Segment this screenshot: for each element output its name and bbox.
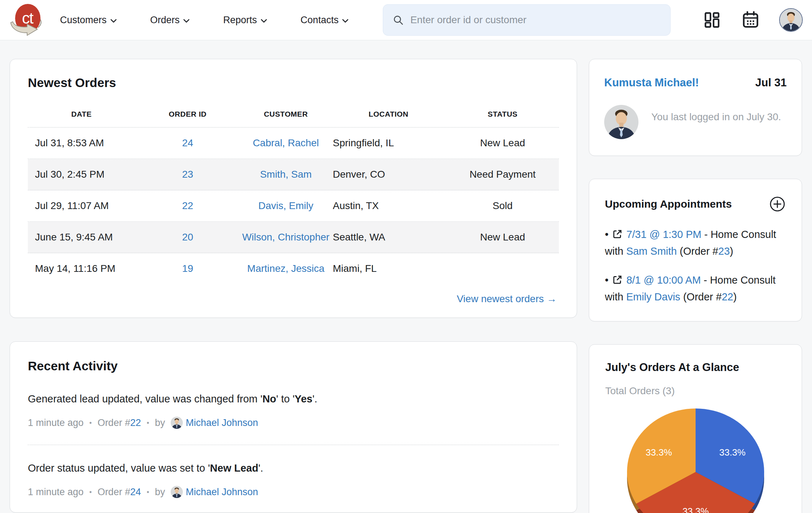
main-nav: CustomersOrdersReportsContacts xyxy=(60,15,349,26)
appointment-datetime-link[interactable]: 7/31 @ 1:30 PM xyxy=(626,229,701,240)
avatar-image xyxy=(171,417,183,429)
activity-card-title: Recent Activity xyxy=(28,359,559,373)
nav-item-customers[interactable]: Customers xyxy=(60,15,117,26)
order-prefix: Order # xyxy=(97,417,130,428)
separator-dot: • xyxy=(89,419,92,427)
cell-location: Springfield, IL xyxy=(331,136,446,150)
appointment-order-link[interactable]: 23 xyxy=(718,245,730,257)
orders-card-title: Newest Orders xyxy=(28,76,559,90)
appointment-datetime-link[interactable]: 8/1 @ 10:00 AM xyxy=(626,274,701,286)
cell-order-id: 20 xyxy=(135,230,240,244)
separator-dot: • xyxy=(147,488,149,496)
newest-orders-card: Newest Orders DATEORDER IDCUSTOMERLOCATI… xyxy=(10,59,577,318)
order-id-link[interactable]: 20 xyxy=(182,232,193,243)
order-id-link[interactable]: 23 xyxy=(182,169,193,180)
search-bar xyxy=(383,4,671,36)
greeting-card: Kumusta Michael! Jul 31 You last logged … xyxy=(589,59,802,156)
text-segment: (Order # xyxy=(677,245,718,257)
order-id-link[interactable]: 22 xyxy=(182,200,193,211)
order-id-link[interactable]: 24 xyxy=(130,487,141,497)
nav-item-reports[interactable]: Reports xyxy=(223,15,267,26)
table-row: May 14, 11:16 PM19Martinez, JessicaMiami… xyxy=(28,253,559,284)
cell-customer: Cabral, Rachel xyxy=(240,136,331,150)
text-segment: ' to ' xyxy=(276,393,295,405)
cell-order-id: 19 xyxy=(135,262,240,275)
emphasized-text: No xyxy=(262,393,276,405)
appointments-list: •7/31 @ 1:30 PM - Home Consult with Sam … xyxy=(605,226,786,305)
customer-link[interactable]: Wilson, Christopher xyxy=(242,232,329,243)
apps-grid-button[interactable] xyxy=(702,10,722,30)
order-id-link[interactable]: 19 xyxy=(182,263,193,274)
appointments-title: Upcoming Appointments xyxy=(605,198,732,210)
header-actions xyxy=(702,8,803,32)
text-segment: '. xyxy=(258,462,263,474)
user-link[interactable]: Michael Johnson xyxy=(186,487,258,498)
greeting-text: Kumusta Michael! xyxy=(604,76,699,89)
chevron-down-icon xyxy=(261,19,267,23)
emphasized-text: Yes xyxy=(295,393,312,405)
appointments-card: Upcoming Appointments •7/31 @ 1:30 PM - … xyxy=(589,179,802,321)
pie-slice-label: 33.3% xyxy=(646,447,672,458)
user-link[interactable]: Michael Johnson xyxy=(186,417,258,428)
activity-list: Generated lead updated, value was change… xyxy=(28,392,559,498)
table-row: June 15, 9:45 AM20Wilson, ChristopherSea… xyxy=(28,222,559,253)
greeting-avatar xyxy=(604,105,638,139)
user-avatar[interactable] xyxy=(779,8,803,32)
activity-divider xyxy=(28,445,559,445)
pie-slice-label: 33.3% xyxy=(682,506,709,513)
calendar-icon xyxy=(741,10,760,30)
text-segment: '. xyxy=(312,393,317,405)
separator-dot: • xyxy=(89,488,92,496)
order-prefix: Order # xyxy=(97,487,130,497)
apps-grid-icon xyxy=(703,11,721,29)
cell-order-id: 24 xyxy=(135,136,240,150)
user-avatar-small xyxy=(171,417,183,429)
orders-card-footer: View newest orders→ xyxy=(28,293,559,305)
nav-item-contacts[interactable]: Contacts xyxy=(301,15,349,26)
table-row: Jul 31, 8:53 AM24Cabral, RachelSpringfie… xyxy=(28,128,559,159)
calendar-button[interactable] xyxy=(741,10,761,30)
activity-meta: 1 minute ago•Order #24•byMichael Johnson xyxy=(28,486,559,498)
cell-customer: Wilson, Christopher xyxy=(240,230,331,244)
emphasized-text: New Lead xyxy=(210,462,258,474)
column-header-status: STATUS xyxy=(446,110,560,118)
nav-label: Customers xyxy=(60,15,107,26)
order-id-link[interactable]: 22 xyxy=(130,417,141,428)
by-label: by xyxy=(155,487,165,498)
customer-link[interactable]: Davis, Emily xyxy=(258,200,313,211)
customer-link[interactable]: Smith, Sam xyxy=(260,169,312,180)
appointment-customer-link[interactable]: Sam Smith xyxy=(626,245,677,257)
add-appointment-button[interactable] xyxy=(769,195,786,213)
view-newest-orders-label: View newest orders xyxy=(457,293,544,304)
by-label: by xyxy=(155,417,165,428)
avatar-image xyxy=(171,486,183,498)
chevron-down-icon xyxy=(342,19,349,23)
main-column: Newest Orders DATEORDER IDCUSTOMERLOCATI… xyxy=(10,59,577,513)
app-logo[interactable]: ct xyxy=(9,3,44,37)
greeting-date: Jul 31 xyxy=(755,76,787,89)
table-row: Jul 29, 11:07 AM22Davis, EmilyAustin, TX… xyxy=(28,191,559,222)
avatar-image xyxy=(604,105,638,139)
text-segment: Generated lead updated, value was change… xyxy=(28,393,262,405)
appointment-order-link[interactable]: 22 xyxy=(722,291,733,303)
column-header-order-id: ORDER ID xyxy=(135,110,240,118)
bullet-dot: • xyxy=(605,274,608,286)
search-input[interactable] xyxy=(410,14,661,26)
activity-text: Order status updated, value was set to '… xyxy=(28,461,559,475)
last-login-text: You last logged in on July 30. xyxy=(651,111,781,139)
text-segment: ) xyxy=(730,245,733,257)
avatar-image xyxy=(780,9,802,31)
customer-link[interactable]: Martinez, Jessica xyxy=(247,263,324,274)
cell-status: New Lead xyxy=(446,230,560,244)
bullet-dot: • xyxy=(605,229,608,240)
nav-item-orders[interactable]: Orders xyxy=(150,15,190,26)
column-header-customer: CUSTOMER xyxy=(240,110,331,118)
activity-order-ref: Order #22 xyxy=(97,417,141,428)
order-id-link[interactable]: 24 xyxy=(182,137,193,148)
appointment-item: •8/1 @ 10:00 AM - Home Consult with Emil… xyxy=(605,272,786,305)
appointment-customer-link[interactable]: Emily Davis xyxy=(626,291,680,303)
customer-link[interactable]: Cabral, Rachel xyxy=(253,137,319,148)
pie-slice-label: 33.3% xyxy=(719,447,746,458)
view-newest-orders-link[interactable]: View newest orders→ xyxy=(457,293,557,304)
activity-item: Order status updated, value was set to '… xyxy=(28,461,559,498)
